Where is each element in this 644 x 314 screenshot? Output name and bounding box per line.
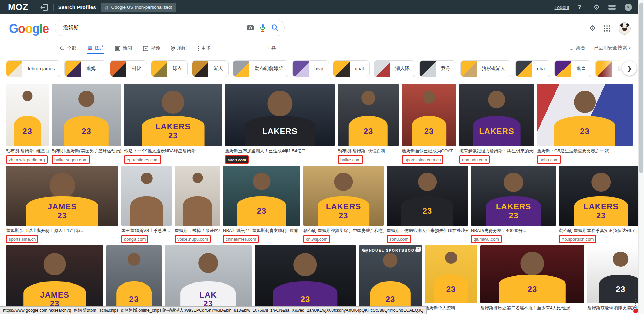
filter-chip-乔丹[interactable]: 乔丹 xyxy=(419,60,456,77)
result-image[interactable]: 23 xyxy=(537,84,633,146)
logout-link[interactable]: Logout xyxy=(555,5,569,10)
result-title[interactable]: 詹姆斯自认已经成为GOAT！这感觉2年前就... xyxy=(402,148,456,154)
scrollbar-thumb[interactable] xyxy=(639,3,643,173)
result-domain[interactable]: baike.sogou.com xyxy=(54,157,87,162)
tab-地图[interactable]: 地图 xyxy=(171,43,187,53)
result-domain[interactable]: baike.com xyxy=(340,157,360,162)
result-domain[interactable]: zh.m.wikipedia.org xyxy=(9,157,45,162)
result-image[interactable]: 23 xyxy=(255,245,356,314)
result-image[interactable] xyxy=(121,166,172,226)
result-image[interactable] xyxy=(175,166,220,226)
filter-chip-湖人隊[interactable]: 湖人隊 xyxy=(374,60,415,77)
tab-更多[interactable]: 更多 xyxy=(198,43,211,53)
result-image[interactable]: LAK 23 xyxy=(165,245,252,314)
result-title[interactable]: 詹姆斯亲口说出离开骑士原因！17年就... xyxy=(6,228,118,234)
profile-selector[interactable]: g Google US (non-personalized) xyxy=(101,3,176,12)
result-title[interactable]: 勒布朗-詹姆斯本赛季真实正负值达+9.7，傲... xyxy=(559,228,643,234)
result-title[interactable]: 勒布朗·詹姆斯视频集锦、中国房地产和意大... xyxy=(303,228,384,234)
chips-scroll-right-icon[interactable]: ❯ xyxy=(622,61,637,76)
result-domain[interactable]: qiumiwu.com xyxy=(474,237,499,242)
result-image[interactable]: 23 xyxy=(6,84,49,146)
camera-icon[interactable] xyxy=(246,24,254,32)
filter-chip-mvp[interactable]: mvp xyxy=(292,60,329,77)
filter-chip-洛杉磯湖人[interactable]: 洛杉磯湖人 xyxy=(460,60,511,77)
mic-icon[interactable] xyxy=(260,24,266,32)
result-image[interactable]: 23 xyxy=(402,84,456,146)
result-title[interactable]: 詹姆斯排历史第二名嘴不服！至少有4人比他强... xyxy=(480,305,584,311)
result-title[interactable]: 擁有超強記憶力詹姆斯：與生俱來的天賦| NB... xyxy=(459,148,534,154)
result-title[interactable]: 勒布朗·詹姆斯- 维基百... xyxy=(6,148,49,154)
result-domain[interactable]: voice.hupu.com xyxy=(177,237,208,242)
result-domain[interactable]: nba.udn.com xyxy=(462,157,487,162)
result-image[interactable]: 23 xyxy=(338,84,399,146)
result-domain[interactable]: donga.com xyxy=(124,237,146,242)
page-scrollbar[interactable] xyxy=(638,0,644,314)
result-title[interactable]: 勒布朗·詹姆斯(美国男子篮球运动员)—... xyxy=(52,148,121,154)
result-domain[interactable]: nb.sportscn.com xyxy=(562,237,594,242)
result-domain[interactable]: sohu.com xyxy=(389,237,408,242)
apps-grid-icon[interactable] xyxy=(604,25,610,32)
result-domain[interactable]: cn.wsj.com xyxy=(306,237,327,242)
google-logo[interactable]: Google xyxy=(9,22,49,36)
result-image[interactable]: 23 xyxy=(52,84,121,146)
search-icon[interactable] xyxy=(271,24,279,32)
filter-chip-科比[interactable]: 科比 xyxy=(110,60,147,77)
filter-chip-lebron james[interactable]: lebron james xyxy=(6,60,60,77)
expand-chevron-icon[interactable]: ⌃ xyxy=(416,247,421,252)
tools-button[interactable]: 工具 xyxy=(267,45,276,51)
result-domain[interactable]: sports.sina.com.cn xyxy=(405,157,441,162)
collections-button[interactable]: 集合 xyxy=(569,45,585,51)
result-image[interactable]: LAKERS xyxy=(225,84,335,146)
filter-chip-詹皇[interactable]: 詹皇 xyxy=(554,60,591,77)
search-bar[interactable] xyxy=(55,20,285,36)
close-icon[interactable]: ✕ xyxy=(625,4,632,11)
result-image[interactable]: 23 xyxy=(223,166,300,226)
result-image[interactable]: LAKERS 23 xyxy=(124,84,222,146)
result-title[interactable]: 詹姆斯个人资料... xyxy=(425,305,477,311)
result-image[interactable]: JAMES 23 xyxy=(6,166,118,226)
result-image[interactable]: JAMES 23 xyxy=(6,245,103,314)
result-title[interactable]: 勒布朗·詹姆斯- 快懂百科 xyxy=(338,148,399,154)
result-domain[interactable]: sohu.com xyxy=(228,158,246,162)
result-title[interactable]: 国王詹姆斯VS上季总决... xyxy=(121,228,172,234)
filter-chip-湖人[interactable]: 湖人 xyxy=(192,60,229,77)
account-avatar[interactable] xyxy=(619,22,631,35)
result-image[interactable]: 23⌃ xyxy=(587,245,644,303)
help-icon[interactable]: ? xyxy=(578,4,581,10)
filter-chip-勒布朗詹姆斯[interactable]: 勒布朗詹姆斯 xyxy=(233,60,288,77)
tab-全部[interactable]: 全部 xyxy=(60,43,76,53)
result-image[interactable]: 23 xyxy=(106,245,162,314)
tab-视频[interactable]: 视频 xyxy=(143,43,160,53)
tab-新闻[interactable]: 新闻 xyxy=(115,43,132,53)
filter-chip-nba[interactable]: nba xyxy=(515,60,550,77)
result-title[interactable]: NBA历史得分榜：40000分... xyxy=(471,228,556,234)
result-domain[interactable]: epochtimes.com xyxy=(127,157,159,162)
result-image[interactable]: 23 xyxy=(387,166,468,226)
result-image[interactable]: LAKERS 23 xyxy=(303,166,384,226)
result-domain[interactable]: sohu.com xyxy=(540,157,558,162)
result-title[interactable]: 詹姆斯：伤病给湖人带来损失但现在处境开... xyxy=(387,228,468,234)
result-image[interactable]: LAKERS 23 xyxy=(471,166,556,226)
filter-chip-球衣[interactable]: 球衣 xyxy=(151,60,188,77)
result-domain[interactable]: chinatimes.com xyxy=(226,237,256,242)
magnifier-overlay-icon[interactable] xyxy=(362,248,367,253)
profile-exit-icon[interactable] xyxy=(40,3,49,11)
settings-gear-icon[interactable]: ⚙ xyxy=(593,3,600,11)
search-input[interactable] xyxy=(62,24,246,31)
result-domain[interactable]: sports.sina.cn xyxy=(9,237,36,242)
safesearch-toggle[interactable]: 已启用安全搜索▼ xyxy=(594,45,631,51)
result-title[interactable]: NBA》纏訟4年詹姆斯刺青案勝利- 體育- ... xyxy=(223,228,300,234)
filter-chip-詹姆士[interactable]: 詹姆士 xyxy=(64,60,106,77)
result-title[interactable]: 詹姆斯宣布加盟湖人！已达成4年1.54亿口... xyxy=(225,148,335,154)
result-image[interactable]: LAKERS 23 xyxy=(559,166,643,226)
result-title[interactable]: 你是下一个"推文遭轰NBA球星詹姆斯... xyxy=(124,148,222,154)
result-image[interactable]: LAKERS xyxy=(459,84,534,146)
result-title[interactable]: 詹姆斯：戒掉了最爱的巧克... xyxy=(175,228,220,234)
tab-图片[interactable]: 图片 xyxy=(87,43,104,54)
result-image[interactable]: 23 xyxy=(425,245,477,303)
minimize-icon[interactable] xyxy=(608,5,616,10)
result-title[interactable]: 詹姆斯哀嚎琳壞隊友腳踝扭傷... xyxy=(587,305,644,311)
search-settings-gear-icon[interactable]: ⚙ xyxy=(589,24,596,33)
result-title[interactable]: 詹姆斯：G5是生涯最重要比赛之一 我... xyxy=(537,148,633,154)
filter-chip-goat[interactable]: goat xyxy=(333,60,370,77)
